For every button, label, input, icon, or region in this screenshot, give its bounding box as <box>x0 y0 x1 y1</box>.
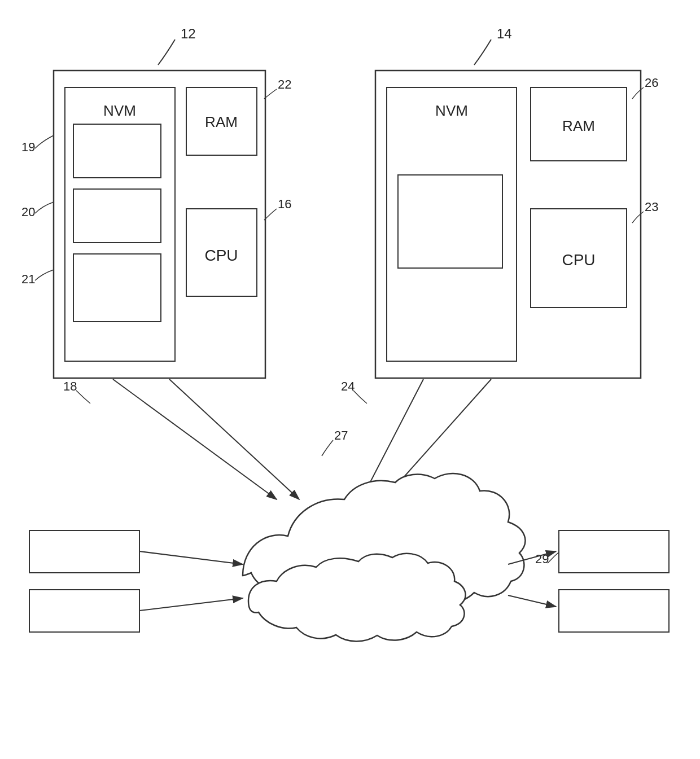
ref14-line <box>474 40 491 65</box>
nvm-left-label: NVM <box>103 102 136 119</box>
ref19-line <box>35 135 54 148</box>
nvm-subbox-20 <box>73 189 161 243</box>
arrow-client-left-bottom <box>139 598 243 611</box>
client-right-top <box>559 530 669 573</box>
cpu-right-label: CPU <box>562 251 595 269</box>
arrow-left2 <box>169 379 299 499</box>
ref26-text: 26 <box>645 76 658 90</box>
arrow-left1 <box>113 379 277 499</box>
client-right-bottom <box>559 590 669 632</box>
ref22-line <box>264 89 277 99</box>
ref24-line <box>353 391 367 403</box>
ref19-text: 19 <box>21 140 35 154</box>
ref21-line <box>35 270 54 280</box>
ref12-text: 12 <box>181 26 196 41</box>
ref21-text: 21 <box>21 272 35 286</box>
arrow-cloud-to-right-bottom <box>508 595 556 607</box>
ram-right-label: RAM <box>562 117 595 134</box>
ref14-text: 14 <box>497 26 512 41</box>
ref20-line <box>35 202 54 213</box>
ram-left-label: RAM <box>205 113 238 130</box>
ref18-line <box>76 391 90 403</box>
ref18-text: 18 <box>63 379 77 393</box>
cpu-left-label: CPU <box>204 247 238 264</box>
diagram-container: NVM RAM CPU NVM RAM CPU 12 14 <box>0 0 700 759</box>
client-left-bottom <box>29 590 139 632</box>
arrow-client-left-top <box>139 551 243 564</box>
ref27-text: 27 <box>334 428 348 442</box>
ref16-text: 16 <box>278 197 291 211</box>
client-left-top <box>29 530 139 573</box>
ref20-text: 20 <box>21 205 35 219</box>
cloud-shape <box>243 473 525 641</box>
nvm-subbox-19 <box>73 124 161 178</box>
ref24-text: 24 <box>341 379 355 393</box>
ref27-line <box>322 440 333 456</box>
ref22-text: 22 <box>278 77 291 91</box>
nvm-right-label: NVM <box>435 102 468 119</box>
nvm-right-subbox <box>398 175 502 268</box>
ref23-text: 23 <box>645 200 658 214</box>
nvm-subbox-21 <box>73 254 161 322</box>
ref16-line <box>264 209 277 220</box>
ref12-line <box>158 40 175 65</box>
